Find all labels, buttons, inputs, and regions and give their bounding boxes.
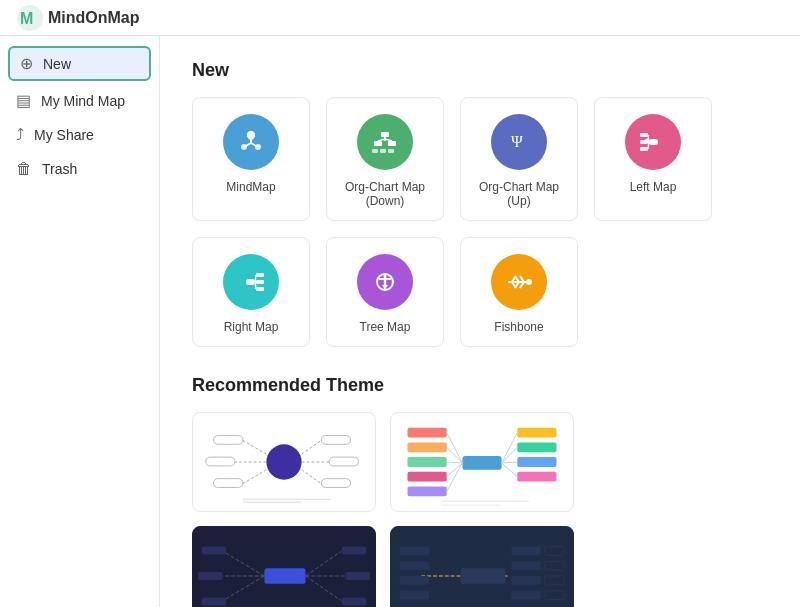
svg-rect-95: [202, 547, 227, 555]
org-down-icon-circle: [357, 114, 413, 170]
sidebar-label-trash: Trash: [42, 161, 77, 177]
svg-rect-119: [545, 576, 565, 585]
sidebar-item-my-share[interactable]: ⤴ My Share: [0, 118, 159, 152]
svg-rect-69: [462, 456, 501, 470]
svg-rect-90: [194, 527, 374, 607]
fishbone-icon-circle: [491, 254, 547, 310]
tree-map-icon-circle: [357, 254, 413, 310]
svg-line-37: [255, 275, 256, 282]
svg-rect-102: [346, 572, 371, 580]
logo-icon: M: [16, 4, 44, 32]
svg-rect-64: [321, 436, 350, 445]
svg-rect-108: [400, 547, 429, 556]
sidebar-item-my-mind-map[interactable]: ▤ My Mind Map: [0, 83, 159, 118]
sidebar-label-my-mind-map: My Mind Map: [41, 93, 125, 109]
left-map-icon-circle: [625, 114, 681, 170]
theme3-preview: [193, 527, 375, 607]
svg-point-53: [526, 279, 532, 285]
svg-rect-72: [408, 457, 447, 467]
svg-rect-82: [517, 457, 556, 467]
logo-text: MindOnMap: [48, 9, 140, 27]
svg-line-30: [648, 142, 649, 149]
svg-rect-91: [264, 568, 305, 584]
org-down-label: Org-Chart Map (Down): [339, 180, 431, 208]
card-left-map[interactable]: Left Map: [594, 97, 712, 221]
svg-line-57: [243, 470, 267, 484]
svg-line-86: [502, 462, 518, 463]
svg-line-87: [502, 463, 518, 477]
svg-line-78: [447, 463, 463, 477]
tree-map-label: Tree Map: [360, 320, 411, 334]
svg-rect-83: [517, 472, 556, 482]
left-map-label: Left Map: [630, 180, 677, 194]
svg-rect-81: [517, 442, 556, 452]
svg-rect-118: [545, 561, 565, 570]
svg-line-61: [302, 440, 322, 454]
theme-card-3[interactable]: [192, 526, 376, 607]
header: M MindOnMap: [0, 0, 800, 36]
trash-icon: 🗑: [16, 160, 32, 178]
svg-rect-113: [511, 547, 540, 556]
svg-rect-71: [408, 442, 447, 452]
org-up-icon: Ψ: [502, 125, 536, 159]
theme-card-4[interactable]: [390, 526, 574, 607]
svg-rect-80: [517, 428, 556, 438]
new-section-title: New: [192, 60, 768, 81]
svg-rect-101: [342, 547, 367, 555]
sidebar-item-new[interactable]: ⊕ New: [8, 46, 151, 81]
right-map-label: Right Map: [224, 320, 279, 334]
svg-rect-117: [545, 547, 565, 556]
svg-rect-110: [400, 576, 429, 585]
map-cards-grid: MindMap: [192, 97, 768, 347]
svg-line-84: [502, 433, 518, 463]
fishbone-icon: [502, 265, 536, 299]
svg-rect-10: [249, 138, 254, 140]
card-tree-map[interactable]: Tree Map: [326, 237, 444, 347]
theme-cards-grid: [192, 412, 768, 607]
svg-rect-65: [329, 457, 358, 466]
theme2-preview: [391, 413, 573, 511]
svg-rect-13: [374, 141, 382, 146]
svg-rect-120: [545, 591, 565, 600]
sidebar: ⊕ New ▤ My Mind Map ⤴ My Share 🗑 Trash: [0, 36, 160, 607]
svg-line-76: [447, 447, 463, 463]
svg-rect-115: [511, 576, 540, 585]
theme-card-2[interactable]: [390, 412, 574, 512]
svg-rect-59: [206, 457, 235, 466]
card-fishbone[interactable]: Fishbone: [460, 237, 578, 347]
new-icon: ⊕: [20, 54, 33, 73]
svg-line-28: [648, 135, 649, 142]
mindmap-label: MindMap: [226, 180, 275, 194]
org-up-label: Org-Chart Map (Up): [473, 180, 565, 208]
sidebar-label-my-share: My Share: [34, 127, 94, 143]
svg-line-39: [255, 282, 256, 289]
svg-rect-73: [408, 472, 447, 482]
sidebar-item-trash[interactable]: 🗑 Trash: [0, 152, 159, 186]
card-org-up[interactable]: Ψ Org-Chart Map (Up): [460, 97, 578, 221]
mindmap-icon-circle: [223, 114, 279, 170]
tree-map-icon: [368, 265, 402, 299]
svg-rect-109: [400, 561, 429, 570]
org-up-icon-circle: Ψ: [491, 114, 547, 170]
svg-rect-33: [246, 279, 255, 285]
svg-rect-112: [460, 568, 505, 584]
svg-rect-25: [640, 133, 648, 137]
fishbone-label: Fishbone: [494, 320, 543, 334]
svg-rect-60: [213, 479, 242, 488]
svg-rect-19: [380, 149, 386, 153]
main-layout: ⊕ New ▤ My Mind Map ⤴ My Share 🗑 Trash N…: [0, 36, 800, 607]
card-right-map[interactable]: Right Map: [192, 237, 310, 347]
svg-rect-96: [198, 572, 223, 580]
svg-rect-74: [408, 487, 447, 497]
my-mind-map-icon: ▤: [16, 91, 31, 110]
right-map-icon: [234, 265, 268, 299]
card-mindmap[interactable]: MindMap: [192, 97, 310, 221]
svg-line-85: [502, 447, 518, 463]
svg-rect-116: [511, 591, 540, 600]
svg-line-75: [447, 433, 463, 463]
card-org-down[interactable]: Org-Chart Map (Down): [326, 97, 444, 221]
svg-rect-36: [256, 287, 264, 291]
svg-rect-20: [388, 149, 394, 153]
content-area: New: [160, 36, 800, 607]
theme-card-1[interactable]: [192, 412, 376, 512]
